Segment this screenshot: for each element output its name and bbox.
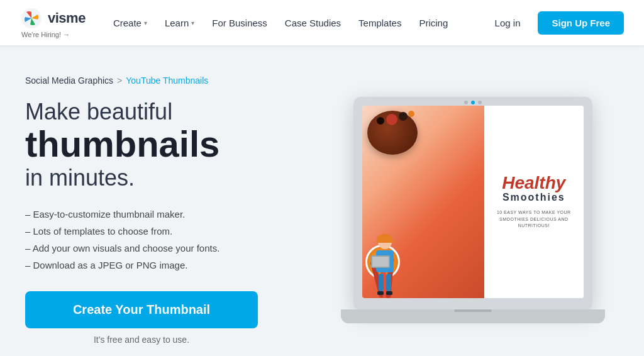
- cta-button[interactable]: Create Your Thumbnail: [25, 291, 258, 328]
- screen-title-smoothies: Smoothies: [502, 192, 565, 203]
- laptop-hinge: [454, 309, 492, 312]
- feature-item: – Lots of templates to choose from.: [25, 223, 327, 240]
- foot-left: [377, 291, 384, 295]
- screen-right-text: Healthy Smoothies 10 Easy Ways to Make Y…: [484, 106, 584, 298]
- laptop-illustration: Healthy Smoothies 10 Easy Ways to Make Y…: [341, 97, 605, 323]
- leg-left: [379, 274, 384, 291]
- screen-subtitle: 10 Easy Ways to Make Your Smoothies Deli…: [492, 209, 576, 230]
- signup-button[interactable]: Sign Up Free: [538, 11, 624, 35]
- headline-bottom: in minutes.: [25, 164, 327, 193]
- feature-item: – Add your own visuals and choose your f…: [25, 240, 327, 257]
- nav-create[interactable]: Create ▾: [106, 13, 155, 33]
- berry-dark2: [377, 117, 384, 125]
- person-head: [378, 235, 392, 249]
- chevron-down-icon: ▾: [144, 19, 147, 26]
- cta-subtext: It's free and easy to use.: [25, 335, 258, 345]
- chevron-down-icon: ▾: [191, 19, 194, 26]
- berry-dark1: [399, 112, 408, 121]
- left-column: Social Media Graphics > YouTube Thumbnai…: [25, 75, 327, 345]
- person-hair: [377, 234, 393, 243]
- nav-learn[interactable]: Learn ▾: [157, 13, 202, 33]
- foot-right: [386, 291, 392, 295]
- breadcrumb-current[interactable]: YouTube Thumbnails: [126, 75, 208, 86]
- feature-item: – Easy-to-customize thumbnail maker.: [25, 206, 327, 223]
- camera-dots: [464, 101, 482, 104]
- nav-pricing[interactable]: Pricing: [411, 13, 455, 33]
- breadcrumb-parent[interactable]: Social Media Graphics: [25, 75, 113, 86]
- main-content: Social Media Graphics > YouTube Thumbnai…: [0, 45, 644, 356]
- feature-item: – Download as a JPEG or PNG image.: [25, 257, 327, 274]
- laptop-base: [341, 309, 605, 323]
- laptop-small: [371, 255, 390, 268]
- dot-3: [478, 101, 482, 104]
- dot-2: [471, 101, 475, 104]
- main-nav: Create ▾ Learn ▾ For Business Case Studi…: [106, 13, 487, 33]
- right-column: Healthy Smoothies 10 Easy Ways to Make Y…: [327, 75, 619, 345]
- berry-red: [386, 114, 397, 125]
- logo-area: visme We're Hiring! →: [20, 7, 86, 38]
- person-feet: [367, 291, 402, 295]
- headline-top: Make beautiful: [25, 98, 327, 125]
- person-body: [376, 250, 394, 272]
- person-legs: [367, 274, 402, 291]
- visme-logo-icon: [20, 7, 43, 30]
- login-button[interactable]: Log in: [487, 13, 528, 33]
- nav-case-studies[interactable]: Case Studies: [277, 13, 348, 33]
- logo-text: visme: [48, 10, 86, 26]
- fruit-bowl: [367, 111, 418, 155]
- breadcrumb-separator: >: [117, 75, 122, 86]
- dot-1: [464, 101, 468, 104]
- headline-bold: thumbnails: [25, 125, 327, 164]
- screen-title-healthy: Healthy: [502, 174, 565, 192]
- features-list: – Easy-to-customize thumbnail maker. – L…: [25, 206, 327, 274]
- header-right: Log in Sign Up Free: [487, 11, 624, 35]
- nav-for-business[interactable]: For Business: [204, 13, 275, 33]
- berry-orange: [408, 111, 414, 117]
- breadcrumb: Social Media Graphics > YouTube Thumbnai…: [25, 75, 327, 86]
- person-figure: [367, 235, 402, 304]
- nav-templates[interactable]: Templates: [351, 13, 409, 33]
- leg-right: [386, 274, 391, 291]
- header: visme We're Hiring! → Create ▾ Learn ▾ F…: [0, 0, 644, 45]
- logo-tagline: We're Hiring! →: [21, 31, 86, 38]
